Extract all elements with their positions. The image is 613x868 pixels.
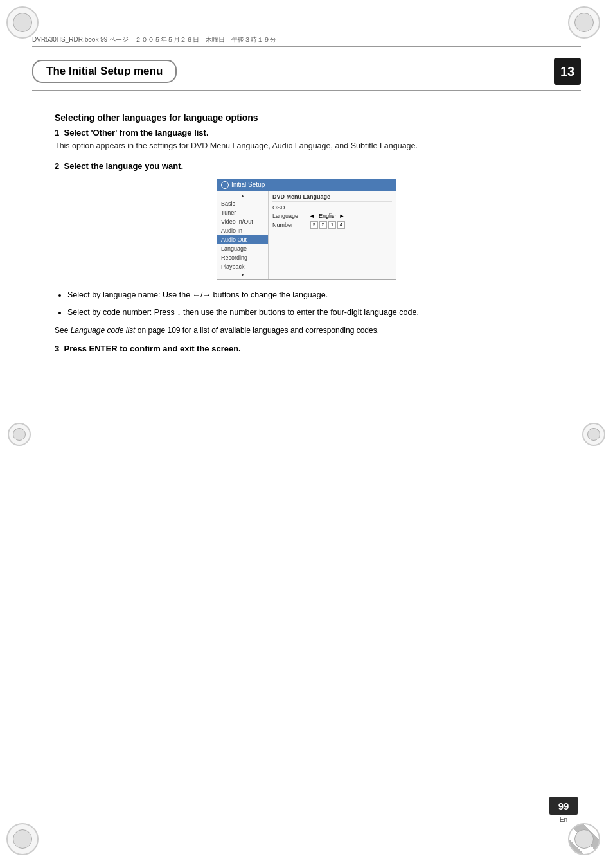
dvd-menu-osd-row: OSD: [272, 204, 392, 211]
see-note-italic: Language code list: [71, 326, 136, 335]
step-3: 3 Press ENTER to confirm and exit the sc…: [55, 344, 558, 353]
dvd-menu-item-audio-in: Audio In: [217, 226, 268, 235]
dvd-menu-number-box-3: 1: [328, 221, 336, 229]
dvd-menu-header-title: Initial Setup: [231, 181, 265, 188]
bullet-item-1: Select by language name: Use the ←/→ but…: [67, 289, 558, 301]
dvd-menu-arrow-up: ▲: [217, 192, 268, 199]
page-lang: En: [549, 816, 578, 823]
dvd-menu-item-video-inout: Video In/Out: [217, 217, 268, 226]
dvd-menu-number-boxes: 9 5 1 4: [310, 221, 345, 229]
see-note: See Language code list on page 109 for a…: [55, 324, 558, 336]
mid-left-decoration: [8, 423, 31, 446]
dvd-menu-right-title: DVD Menu Language: [272, 193, 392, 202]
dvd-menu-item-language: Language: [217, 244, 268, 253]
step-2-number: 2: [55, 161, 64, 171]
dvd-menu-right-panel: DVD Menu Language OSD Language ◄ English…: [269, 191, 396, 279]
dvd-menu-osd-label: OSD: [272, 204, 308, 211]
dvd-menu-number-label: Number: [272, 222, 308, 228]
step-2-heading: Select the language you want.: [64, 161, 183, 171]
chapter-badge: 13: [554, 58, 581, 85]
dvd-menu-left-arrow: ◄: [309, 213, 315, 219]
file-info-text: DVR530HS_RDR.book 99 ページ ２００５年５月２６日 木曜日 …: [32, 36, 276, 43]
dvd-menu-header: Initial Setup: [217, 179, 396, 191]
dvd-menu-item-tuner: Tuner: [217, 208, 268, 217]
dvd-menu-icon: [221, 181, 229, 189]
mid-right-decoration: [582, 423, 605, 446]
step-1-body: This option appears in the settings for …: [55, 140, 558, 152]
page-number-box: 99: [549, 797, 578, 815]
bullet-list: Select by language name: Use the ←/→ but…: [67, 289, 558, 319]
dvd-menu-body: ▲ Basic Tuner Video In/Out Audio In Audi…: [217, 191, 396, 279]
step-1-heading: Select 'Other' from the language list.: [64, 128, 208, 137]
dvd-menu-right-arrow: ►: [339, 213, 344, 219]
dvd-menu-language-value: English: [319, 213, 338, 219]
dvd-menu-item-basic: Basic: [217, 199, 268, 208]
step-1: 1 Select 'Other' from the language list.…: [55, 128, 558, 152]
dvd-menu-left-panel: ▲ Basic Tuner Video In/Out Audio In Audi…: [217, 191, 269, 279]
step-2-header: 2 Select the language you want.: [55, 161, 558, 171]
header-title-box: The Initial Setup menu: [32, 60, 177, 83]
page-title: The Initial Setup menu: [46, 65, 163, 78]
header-rule: [32, 90, 581, 91]
dvd-menu-item-recording: Recording: [217, 253, 268, 262]
dvd-menu-number-box-2: 5: [319, 221, 327, 229]
dvd-menu-language-label: Language: [272, 213, 308, 219]
main-content: Selecting other languages for language o…: [55, 112, 558, 362]
step-1-header: 1 Select 'Other' from the language list.: [55, 128, 558, 137]
dvd-menu-number-row: Number 9 5 1 4: [272, 221, 392, 229]
dvd-menu-screenshot: Initial Setup ▲ Basic Tuner Video In/Out…: [217, 179, 396, 280]
step-3-number: 3: [55, 344, 64, 353]
step-3-header: 3 Press ENTER to confirm and exit the sc…: [55, 344, 558, 353]
corner-decoration-br: [568, 823, 607, 862]
bullet-item-2: Select by code number: Press ↓ then use …: [67, 306, 558, 319]
step-1-number: 1: [55, 128, 64, 137]
dvd-menu-number-box-4: 4: [337, 221, 345, 229]
dvd-menu-arrow-down: ▼: [217, 271, 268, 278]
file-info-bar: DVR530HS_RDR.book 99 ページ ２００５年５月２６日 木曜日 …: [32, 35, 581, 47]
dvd-menu-number-box-1: 9: [310, 221, 318, 229]
dvd-menu-item-playback: Playback: [217, 262, 268, 271]
page-number-area: 99 En: [549, 797, 578, 823]
section-title: Selecting other languages for language o…: [55, 112, 558, 123]
step-3-heading: Press ENTER to confirm and exit the scre…: [64, 344, 240, 353]
dvd-menu-language-row: Language ◄ English ►: [272, 213, 392, 219]
corner-decoration-bl: [6, 823, 45, 862]
dvd-menu-item-audio-out: Audio Out: [217, 235, 268, 244]
page-header: The Initial Setup menu 13: [32, 58, 581, 85]
step-2: 2 Select the language you want. Initial …: [55, 161, 558, 280]
